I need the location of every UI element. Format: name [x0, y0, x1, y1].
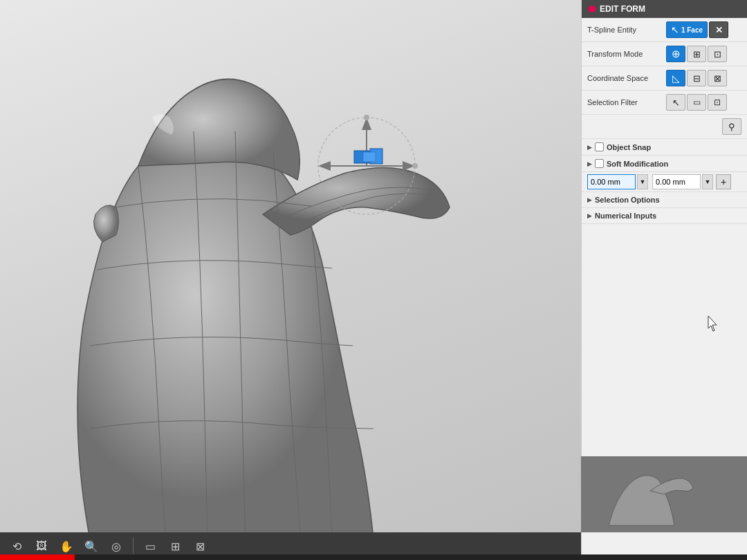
selection-options-row[interactable]: ▶ Selection Options — [582, 192, 747, 208]
object-snap-checkbox[interactable] — [595, 142, 604, 151]
thumbnail-preview — [581, 456, 747, 532]
close-dot[interactable] — [589, 6, 596, 12]
selection-options-label: Selection Options — [595, 196, 660, 204]
model-svg — [0, 0, 581, 560]
selection-filter-btn1[interactable]: ↖ — [666, 94, 685, 111]
tspline-close-btn[interactable]: ✕ — [709, 21, 728, 38]
coordinate-space-row: Coordinate Space ◺ ⊟ ⊠ — [582, 66, 747, 91]
coordinate-space-buttons: ◺ ⊟ ⊠ — [666, 70, 727, 86]
transform-mode-label: Transform Mode — [587, 50, 663, 58]
svg-point-11 — [412, 163, 418, 169]
toolbar-grid-icon1[interactable]: ⊞ — [165, 536, 185, 556]
toolbar-orbit-icon[interactable]: ◎ — [107, 536, 126, 556]
svg-marker-6 — [318, 161, 331, 171]
transform-mode-btn2[interactable]: ⊞ — [687, 46, 706, 62]
coord-space-btn3[interactable]: ⊠ — [708, 70, 727, 86]
selection-options-arrow: ▶ — [587, 196, 592, 203]
input-row: ▼ ▼ + — [582, 172, 747, 192]
soft-modification-row[interactable]: ▶ Soft Modification — [582, 156, 747, 172]
toolbar-grid-icon2[interactable]: ⊠ — [190, 536, 210, 556]
coord-space-btn1[interactable]: ◺ — [666, 70, 685, 86]
3d-viewport[interactable] — [0, 0, 581, 560]
selection-filter-extra-row: ⚲ — [582, 115, 747, 139]
tspline-active-label: 1 Face — [681, 26, 703, 34]
tspline-entity-row: T-Spline Entity ↖ 1 Face ✕ — [582, 18, 747, 42]
progress-fill — [0, 554, 75, 560]
right-panel: EDIT FORM T-Spline Entity ↖ 1 Face ✕ Tra… — [581, 0, 747, 560]
selection-filter-label: Selection Filter — [587, 98, 663, 106]
selection-filter-btn2[interactable]: ▭ — [687, 94, 706, 111]
soft-modification-label: Soft Modification — [607, 160, 668, 168]
selection-filter-btn3[interactable]: ⊡ — [708, 94, 727, 111]
input-dropdown-2[interactable]: ▼ — [702, 174, 713, 189]
object-snap-label: Object Snap — [607, 143, 651, 151]
tspline-entity-buttons: ↖ 1 Face ✕ — [666, 21, 728, 38]
svg-point-10 — [364, 115, 369, 120]
panel-header: EDIT FORM — [582, 0, 747, 18]
toolbar-rotate-icon[interactable]: ⟲ — [7, 536, 26, 556]
tspline-entity-label: T-Spline Entity — [587, 26, 663, 34]
toolbar-frame-icon[interactable]: 🖼 — [32, 536, 51, 556]
tspline-entity-active-btn[interactable]: ↖ 1 Face — [666, 21, 708, 38]
transform-mode-btn3[interactable]: ⊡ — [708, 46, 727, 62]
numerical-inputs-arrow: ▶ — [587, 212, 592, 219]
panel-title: EDIT FORM — [600, 4, 645, 14]
selection-filter-row: Selection Filter ↖ ▭ ⊡ — [582, 91, 747, 115]
input-field-1[interactable] — [587, 174, 636, 189]
progress-bar[interactable] — [0, 554, 747, 560]
transform-mode-btn1[interactable]: ⊕ — [666, 46, 685, 62]
numerical-inputs-row[interactable]: ▶ Numerical Inputs — [582, 208, 747, 224]
numerical-inputs-label: Numerical Inputs — [595, 212, 656, 220]
toolbar-display-icon[interactable]: ▭ — [140, 536, 160, 556]
svg-rect-9 — [363, 152, 376, 162]
soft-mod-arrow: ▶ — [587, 160, 592, 167]
input-field-2[interactable] — [652, 174, 701, 189]
object-snap-row[interactable]: ▶ Object Snap — [582, 139, 747, 156]
transform-gizmo[interactable] — [311, 111, 422, 221]
input-dropdown-1[interactable]: ▼ — [637, 174, 648, 189]
transform-mode-buttons: ⊕ ⊞ ⊡ — [666, 46, 727, 62]
object-snap-arrow: ▶ — [587, 144, 592, 151]
toolbar-zoom-icon[interactable]: 🔍 — [82, 536, 101, 556]
toolbar-hand-icon[interactable]: ✋ — [57, 536, 76, 556]
selection-filter-extra-btn[interactable]: ⚲ — [722, 118, 741, 135]
soft-mod-checkbox[interactable] — [595, 159, 604, 168]
transform-mode-row: Transform Mode ⊕ ⊞ ⊡ — [582, 42, 747, 66]
selection-filter-buttons: ↖ ▭ ⊡ — [666, 94, 727, 111]
coordinate-space-label: Coordinate Space — [587, 74, 663, 82]
plus-button[interactable]: + — [716, 174, 731, 189]
coord-space-btn2[interactable]: ⊟ — [687, 70, 706, 86]
